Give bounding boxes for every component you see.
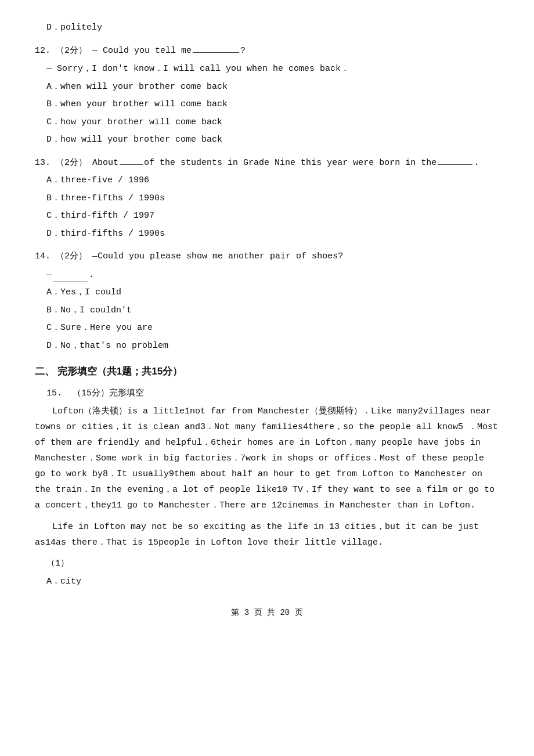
q15-meta: （15分）完形填空: [73, 388, 144, 398]
q15-number: 15.: [46, 388, 62, 398]
q13-number: 13.: [35, 156, 50, 171]
question-13-line: 13. （2分） About of the students in Grade …: [35, 156, 499, 171]
q13-blank1: [120, 164, 143, 165]
question-14: 14. （2分） —Could you please show me anoth…: [35, 249, 499, 353]
q13-blank2: [438, 164, 472, 165]
q12-option-d: D．how will your brother come back: [46, 132, 499, 147]
q12-option-b: B．when your brother will come back: [46, 97, 499, 112]
q14-option-a: A．Yes，I could: [46, 285, 499, 300]
question-15: 15. （15分）完形填空 Lofton（洛夫顿）is a little1not…: [35, 386, 499, 589]
question-12: 12. （2分） — Could you tell me ? — Sorry，I…: [35, 44, 499, 147]
q14-prompt: —Could you please show me another pair o…: [92, 249, 343, 264]
q13-option-b: B．three-fifths / 1990s: [46, 191, 499, 206]
section-2-title: 二、 完形填空（共1题；共15分）: [35, 363, 499, 380]
q12-number: 12.: [35, 44, 50, 59]
q13-option-c: C．third-fifth / 1997: [46, 208, 499, 224]
q12-option-a: A．when will your brother come back: [46, 80, 499, 95]
q13-option-a: A．three-five / 1996: [46, 173, 499, 188]
q13-meta: （2分）: [56, 156, 87, 171]
question-13: 13. （2分） About of the students in Grade …: [35, 156, 499, 242]
question-12-line: 12. （2分） — Could you tell me ?: [35, 44, 499, 59]
page-footer: 第 3 页 共 20 页: [35, 606, 499, 620]
q12-blank: [193, 52, 239, 53]
q14-dash-follow: —.: [46, 268, 499, 283]
sub-item-1: （1）: [46, 556, 499, 571]
q13-period: .: [474, 156, 479, 171]
q14-option-b: B．No，I couldn't: [46, 303, 499, 318]
q12-prompt: — Could you tell me: [92, 44, 192, 59]
q13-middle: of the students in Grade Nine this year …: [144, 156, 436, 171]
q14-option-d: D．No，that's no problem: [46, 339, 499, 354]
q14-option-c: C．Sure．Here you are: [46, 321, 499, 336]
option-d-politely: D．politely: [35, 20, 499, 35]
q12-option-c: C．how your brother will come back: [46, 115, 499, 130]
q12-suffix: ?: [240, 44, 246, 59]
q13-prompt: About: [92, 156, 118, 171]
q14-number: 14.: [35, 249, 50, 264]
q12-follow: — Sorry，I don't know．I will call you whe…: [46, 62, 499, 77]
q12-meta: （2分）: [56, 44, 87, 59]
q14-meta: （2分）: [56, 249, 87, 264]
passage-2: Life in Lofton may not be so exciting as…: [35, 519, 499, 550]
sub-item-option-a: A．city: [46, 574, 499, 589]
option-text: D．politely: [46, 20, 499, 35]
q13-option-d: D．third-fifths / 1990s: [46, 226, 499, 242]
q14-blank: [53, 282, 88, 282]
passage-1: Lofton（洛夫顿）is a little1not far from Manc…: [35, 404, 499, 513]
question-14-line: 14. （2分） —Could you please show me anoth…: [35, 249, 499, 264]
q15-header: 15. （15分）完形填空: [46, 386, 499, 401]
